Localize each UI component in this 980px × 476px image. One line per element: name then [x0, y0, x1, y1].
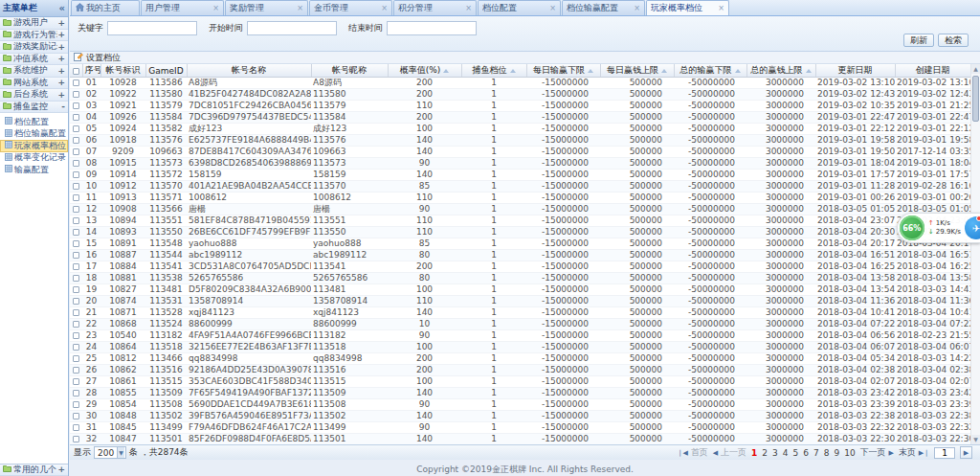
keyword-input[interactable]: [107, 21, 197, 35]
row-checkbox[interactable]: [73, 171, 79, 178]
page-number-8[interactable]: 8: [824, 448, 830, 458]
column-header[interactable]: 概率值(%): [388, 64, 461, 78]
sidebar-group-7[interactable]: 捕鱼监控-: [0, 102, 68, 114]
sidebar-group-0[interactable]: 游戏用户+: [0, 17, 68, 30]
row-checkbox[interactable]: [73, 206, 79, 213]
sidebar-group-4[interactable]: 系统维护+: [0, 65, 68, 78]
first-page-button[interactable]: ❘◀ 首页: [678, 446, 708, 459]
tab-7[interactable]: 玩家概率档位×: [646, 0, 729, 15]
column-header[interactable]: 总的赢钱上限: [746, 64, 815, 78]
table-row[interactable]: 09109141135721581591581591401-1500000050…: [70, 170, 970, 181]
row-checkbox[interactable]: [73, 390, 79, 397]
column-header[interactable]: 帐号名称: [187, 64, 311, 78]
scroll-down-icon[interactable]: ▼: [971, 435, 980, 444]
row-checkbox[interactable]: [73, 344, 79, 351]
table-row[interactable]: 1910827113481D5F80209C8384A32A6B900B5B39…: [70, 284, 970, 296]
table-row[interactable]: 1610887113544abc1989112abc1989112801-150…: [70, 250, 970, 261]
sort-arrow-icon[interactable]: [661, 69, 667, 73]
set-tier-button[interactable]: 设置档位: [86, 52, 121, 64]
assistant-bubble-icon[interactable]: ✈: [965, 216, 980, 239]
sidebar-group-5[interactable]: 网站系统+: [0, 78, 68, 90]
sidebar-tree-item-0[interactable]: 档位配置: [0, 116, 68, 128]
row-checkbox[interactable]: [73, 252, 79, 259]
close-icon[interactable]: ×: [465, 5, 472, 12]
last-page-button[interactable]: 末页 ▶❘: [899, 446, 929, 459]
column-header[interactable]: 帐号昵称: [311, 64, 388, 78]
table-row[interactable]: 1510891113548yaohuo888yaohuo888851-15000…: [70, 238, 970, 250]
row-checkbox[interactable]: [73, 183, 79, 190]
expand-toggle-icon[interactable]: +: [57, 18, 65, 28]
expand-toggle-icon[interactable]: +: [57, 465, 65, 474]
row-checkbox[interactable]: [73, 229, 79, 236]
row-checkbox[interactable]: [73, 79, 79, 86]
table-row[interactable]: 3110845113499F79A46DFDB624F46A17C2A954A9…: [70, 422, 970, 434]
close-icon[interactable]: ×: [381, 5, 388, 12]
table-row[interactable]: 07920910966387DE8B417C604309AA3476DEF84B…: [70, 147, 970, 158]
tab-0[interactable]: 我的主页: [71, 0, 140, 15]
tab-5[interactable]: 档位配置×: [478, 0, 561, 15]
end-time-input[interactable]: [387, 21, 477, 35]
start-time-input[interactable]: [247, 21, 337, 35]
close-icon[interactable]: ×: [634, 5, 640, 12]
row-checkbox[interactable]: [73, 298, 79, 305]
tab-2[interactable]: 奖励管理×: [225, 0, 308, 15]
table-row[interactable]: 2010874113531135870891413587089141101-15…: [70, 296, 970, 307]
table-row[interactable]: 141089311355026BE6CC61DF745799EFB9F114B4…: [70, 227, 970, 238]
sidebar-collapse-icon[interactable]: «: [59, 3, 65, 13]
table-row[interactable]: 241086411351832156EE77E2E4B63AF13F7E6B81…: [70, 342, 970, 353]
row-checkbox[interactable]: [73, 355, 79, 362]
page-number-3[interactable]: 3: [772, 448, 778, 458]
row-checkbox[interactable]: [73, 424, 79, 431]
row-checkbox[interactable]: [73, 240, 79, 247]
sidebar-tree-item-2[interactable]: 玩家概率档位: [0, 140, 68, 152]
sidebar-group-bottom[interactable]: 常用的几个+: [0, 465, 68, 476]
page-number-7[interactable]: 7: [813, 448, 819, 458]
row-checkbox[interactable]: [73, 125, 79, 132]
table-row[interactable]: 17108841135413CD531A8C0764705AD5DCF95B01…: [70, 261, 970, 273]
row-checkbox[interactable]: [73, 309, 79, 316]
row-checkbox[interactable]: [73, 321, 79, 328]
expand-toggle-icon[interactable]: +: [57, 66, 65, 76]
table-row[interactable]: 181088111353852657655865265765586801-150…: [70, 273, 970, 284]
prev-page-button[interactable]: ◀ 上一页: [713, 446, 746, 459]
page-number-9[interactable]: 9: [834, 448, 839, 458]
table-row[interactable]: 08109151135736398D8CD26854063988869C85A9…: [70, 158, 970, 170]
tab-3[interactable]: 金币管理×: [309, 0, 392, 15]
sort-arrow-icon[interactable]: [510, 69, 516, 73]
scroll-thumb[interactable]: [972, 76, 979, 122]
sidebar-tree-item-3[interactable]: 概率变化记录: [0, 152, 68, 165]
row-checkbox[interactable]: [73, 378, 79, 385]
row-checkbox[interactable]: [73, 332, 79, 339]
row-checkbox[interactable]: [73, 91, 79, 98]
close-icon[interactable]: ×: [297, 5, 303, 12]
refresh-button[interactable]: 刷新: [903, 34, 934, 47]
table-row[interactable]: 2710861113515353CAE603DBC41F588D34003DD5…: [70, 376, 970, 388]
row-checkbox[interactable]: [73, 263, 79, 270]
row-checkbox[interactable]: [73, 148, 79, 155]
page-number-4[interactable]: 4: [783, 448, 789, 458]
table-row[interactable]: 301084811350239FB576A459046E8951F73AEE7E…: [70, 411, 970, 422]
sort-arrow-icon[interactable]: [806, 69, 812, 73]
sort-arrow-icon[interactable]: [588, 69, 593, 73]
table-row[interactable]: 321084711350185F26DF0988D4F0FA6E8D5A3BF9…: [70, 434, 970, 445]
table-row[interactable]: 04109261135847DC396D979754437BEDC54B755F…: [70, 112, 970, 124]
sort-arrow-icon[interactable]: [443, 69, 449, 73]
sidebar-tree-item-1[interactable]: 档位输赢配置: [0, 128, 68, 141]
column-header[interactable]: GameID: [145, 64, 187, 78]
row-checkbox[interactable]: [73, 194, 79, 201]
row-checkbox[interactable]: [73, 413, 79, 419]
row-checkbox[interactable]: [73, 114, 79, 121]
goto-page-input[interactable]: [934, 447, 955, 459]
table-row[interactable]: 29108541135085690DDAE1CD449A7B3E618E22FE…: [70, 399, 970, 411]
row-checkbox[interactable]: [73, 217, 79, 224]
sidebar-tree-item-4[interactable]: 输赢配置: [0, 164, 68, 176]
row-checkbox[interactable]: [73, 275, 79, 282]
table-row[interactable]: 0610918113576E625737FE9184A6888449B4CECE…: [70, 135, 970, 147]
page-number-2[interactable]: 2: [762, 448, 768, 458]
expand-toggle-icon[interactable]: +: [57, 54, 65, 63]
tab-4[interactable]: 积分管理×: [393, 0, 477, 15]
column-header[interactable]: 创建日期: [895, 64, 970, 78]
tab-1[interactable]: 用户管理×: [141, 0, 224, 15]
vertical-scrollbar[interactable]: ▲ ▼: [970, 64, 980, 444]
column-header[interactable]: 捕鱼档位: [461, 64, 526, 78]
